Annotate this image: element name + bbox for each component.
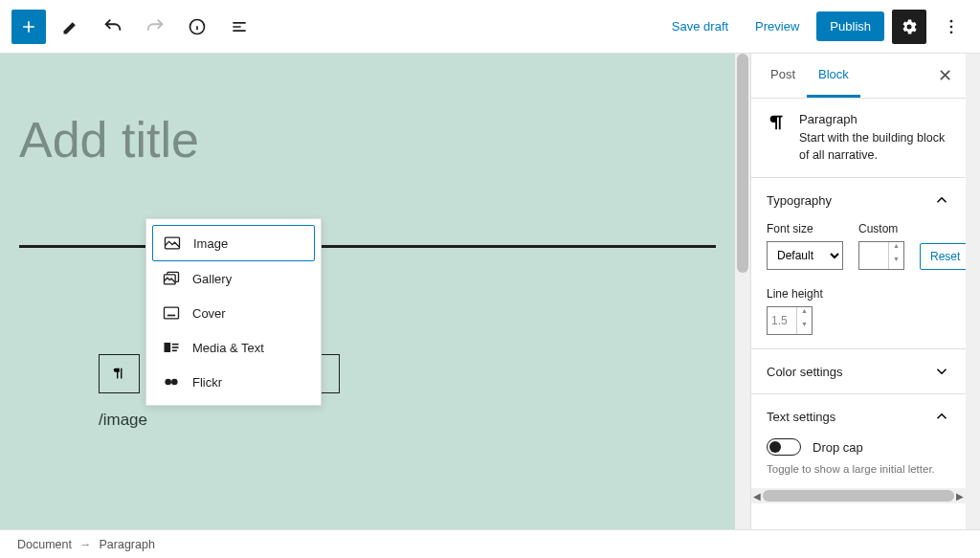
chevron-up-icon	[933, 191, 950, 209]
typography-panel-toggle[interactable]: Typography	[767, 191, 950, 209]
drop-cap-label: Drop cap	[813, 440, 863, 455]
popover-item-label: Media & Text	[192, 341, 264, 355]
svg-rect-13	[172, 350, 177, 352]
settings-button[interactable]	[892, 10, 926, 44]
block-name: Paragraph	[799, 112, 950, 126]
popover-item-image[interactable]: Image	[152, 225, 315, 261]
gallery-icon	[162, 269, 181, 288]
editor-canvas[interactable]: /image Image Gallery	[0, 54, 735, 529]
svg-point-3	[950, 31, 953, 33]
font-size-select[interactable]: Default	[767, 241, 843, 270]
svg-point-15	[171, 379, 178, 386]
svg-rect-12	[172, 346, 179, 348]
cover-icon	[162, 303, 181, 323]
edit-mode-button[interactable]	[54, 10, 88, 44]
outline-button[interactable]	[222, 10, 256, 44]
svg-rect-9	[165, 307, 179, 319]
sidebar-v-scrollbar[interactable]	[966, 54, 980, 529]
popover-item-label: Cover	[192, 306, 226, 321]
block-type-button[interactable]	[99, 354, 140, 393]
reset-button[interactable]: Reset	[920, 243, 966, 270]
svg-point-14	[165, 379, 171, 386]
post-title-input[interactable]	[19, 111, 689, 168]
popover-item-label: Image	[193, 236, 228, 251]
drop-cap-toggle[interactable]	[767, 438, 801, 456]
tab-post[interactable]: Post	[759, 54, 807, 98]
svg-point-1	[950, 19, 953, 22]
redo-button[interactable]	[138, 10, 172, 44]
text-panel-toggle[interactable]: Text settings	[767, 408, 950, 425]
undo-button[interactable]	[96, 10, 130, 44]
color-panel-toggle[interactable]: Color settings	[767, 363, 950, 380]
editor-scrollbar[interactable]	[735, 54, 750, 529]
popover-item-media-text[interactable]: Media & Text	[152, 330, 315, 365]
svg-rect-10	[165, 343, 171, 352]
publish-button[interactable]: Publish	[816, 11, 884, 41]
svg-point-2	[950, 25, 953, 28]
breadcrumb: Document → Paragraph	[0, 529, 980, 558]
popover-item-gallery[interactable]: Gallery	[152, 261, 315, 296]
crumb-paragraph[interactable]: Paragraph	[99, 538, 154, 551]
paragraph-icon	[767, 112, 788, 133]
flickr-icon	[162, 372, 181, 391]
popover-item-label: Flickr	[192, 375, 222, 390]
settings-sidebar: Post Block ✕ Paragraph Start with the bu…	[750, 54, 966, 529]
line-height-label: Line height	[767, 287, 950, 301]
chevron-down-icon	[933, 363, 950, 380]
paragraph-slash-text[interactable]: /image	[99, 411, 147, 430]
add-block-button[interactable]	[11, 10, 46, 44]
custom-label: Custom	[858, 222, 904, 235]
divider	[19, 245, 716, 248]
popover-item-cover[interactable]: Cover	[152, 296, 315, 330]
chevron-up-icon	[933, 408, 950, 425]
popover-item-label: Gallery	[192, 272, 232, 286]
info-button[interactable]	[180, 10, 214, 44]
line-height-input[interactable]	[768, 307, 796, 334]
custom-font-size-input[interactable]	[859, 242, 888, 269]
spin-up[interactable]: ▲	[797, 307, 812, 321]
close-sidebar-button[interactable]: ✕	[932, 65, 958, 86]
preview-button[interactable]: Preview	[746, 13, 809, 39]
font-size-label: Font size	[767, 222, 843, 235]
drop-cap-hint: Toggle to show a large initial letter.	[767, 463, 950, 475]
block-inserter-popover: Image Gallery Cover	[145, 218, 322, 406]
spin-up[interactable]: ▲	[889, 242, 903, 256]
block-description: Start with the building block of all nar…	[799, 130, 950, 164]
crumb-document[interactable]: Document	[17, 538, 72, 551]
svg-rect-11	[172, 344, 179, 346]
spin-down[interactable]: ▼	[797, 321, 812, 334]
save-draft-button[interactable]: Save draft	[662, 13, 738, 39]
popover-item-flickr[interactable]: Flickr	[152, 365, 315, 399]
tab-block[interactable]: Block	[807, 54, 860, 98]
image-icon	[163, 234, 182, 253]
sidebar-h-scrollbar[interactable]: ◀▶	[751, 488, 966, 503]
more-options-button[interactable]	[934, 10, 969, 44]
media-text-icon	[162, 338, 181, 357]
spin-down[interactable]: ▼	[889, 256, 903, 269]
